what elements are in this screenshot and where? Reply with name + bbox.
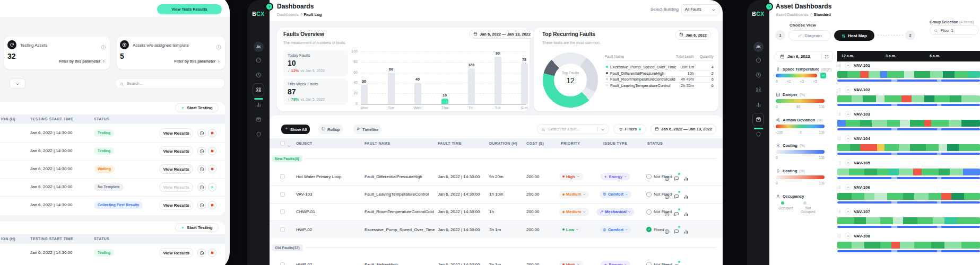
heatmap-segment[interactable]: [924, 95, 934, 102]
row-comments-button[interactable]: [674, 262, 679, 265]
issue-type-select[interactable]: Energy: [601, 261, 630, 265]
drag-handle[interactable]: [837, 161, 842, 165]
history-clock-button[interactable]: [197, 201, 206, 209]
history-clock-button[interactable]: [197, 249, 206, 257]
rollup-button[interactable]: Rollup: [318, 125, 343, 134]
heatmap-segment[interactable]: [944, 242, 961, 249]
heatmap-segment[interactable]: [934, 95, 950, 102]
heatmap-segment[interactable]: [931, 242, 944, 249]
heatmap-segment[interactable]: [943, 71, 955, 78]
view-results-button[interactable]: View Results: [159, 200, 193, 210]
sidebar-collapse-toggle[interactable]: ›: [265, 3, 273, 11]
info-icon-button[interactable]: [216, 42, 221, 48]
drag-handle[interactable]: [837, 234, 842, 238]
heatmap-segment[interactable]: [866, 217, 880, 224]
collapse-row-button[interactable]: [845, 135, 851, 142]
heatmap-segment[interactable]: [929, 193, 941, 200]
collapse-row-button[interactable]: [845, 208, 851, 215]
row-info-button[interactable]: [664, 174, 670, 179]
heatmap-segment[interactable]: [850, 144, 860, 151]
row-chart-button[interactable]: [683, 209, 689, 215]
heatmap-segment[interactable]: [914, 193, 929, 200]
stop-testing-button[interactable]: [208, 129, 216, 137]
heatmap-segment[interactable]: [863, 95, 875, 102]
asset-sidebar-nav-item-bar-chart[interactable]: [752, 99, 764, 110]
start-testing-button[interactable]: Start Testing: [175, 103, 219, 112]
heatmap-segment[interactable]: [910, 120, 924, 127]
search-input[interactable]: Search...: [115, 78, 225, 89]
heatmap-segment[interactable]: [884, 95, 901, 102]
group-search-input[interactable]: Floor-1: [930, 25, 979, 35]
history-clock-button[interactable]: [197, 183, 206, 191]
start-testing-button[interactable]: Start Testing: [175, 223, 219, 232]
row-info-button[interactable]: [664, 262, 670, 265]
asset-sidebar-collapse-toggle[interactable]: ›: [765, 3, 773, 11]
heatmap-segment[interactable]: [877, 169, 889, 175]
asset-breadcrumb-root[interactable]: Asset Dashboards: [776, 12, 808, 17]
collapse-row-button[interactable]: [845, 233, 851, 239]
history-clock-button[interactable]: [197, 165, 206, 173]
heatmap-segment[interactable]: [968, 71, 980, 78]
heatmap-segment[interactable]: [860, 144, 877, 151]
heatmap-segment[interactable]: [852, 242, 864, 249]
view-results-button[interactable]: View Results: [159, 182, 193, 192]
heatmap-segment[interactable]: [891, 242, 900, 249]
heatmap-segment[interactable]: [949, 120, 961, 127]
drag-handle[interactable]: [837, 112, 842, 117]
asset-sidebar-avatar[interactable]: JK: [753, 42, 764, 52]
heatmap-segment[interactable]: [957, 217, 980, 224]
stop-testing-button[interactable]: [208, 165, 216, 173]
filters-button[interactable]: Filters: [613, 124, 646, 134]
view-results-button[interactable]: View Results: [159, 146, 193, 156]
heatmap-segment[interactable]: [837, 242, 852, 249]
param-checkbox[interactable]: [820, 73, 826, 78]
heatmap-segment[interactable]: [837, 193, 852, 200]
heatmap-segment[interactable]: [901, 95, 912, 102]
heatmap-segment[interactable]: [963, 169, 980, 175]
heatmap-segment[interactable]: [903, 217, 917, 224]
row-checkbox[interactable]: [280, 227, 285, 232]
heatmap-segment[interactable]: [837, 120, 846, 127]
fault-sidebar-nav-item-clock[interactable]: [253, 69, 264, 81]
heatmap-segment[interactable]: [910, 144, 926, 151]
heatmap-segment[interactable]: [876, 95, 884, 102]
heatmap-segment[interactable]: [950, 169, 962, 175]
row-info-button[interactable]: [664, 192, 670, 197]
heatmap-segment[interactable]: [903, 193, 915, 200]
heatmap-segment[interactable]: [924, 120, 931, 127]
select-all-checkbox[interactable]: [280, 141, 285, 146]
priority-select[interactable]: Low: [559, 226, 582, 233]
heatmap-segment[interactable]: [877, 144, 884, 151]
heatmap-segment[interactable]: [852, 193, 864, 200]
asset-sidebar-nav-item-shield[interactable]: [752, 128, 764, 140]
heatmap-segment[interactable]: [837, 217, 854, 224]
heatmap-segment[interactable]: [899, 169, 913, 175]
drag-handle[interactable]: [837, 185, 842, 190]
row-checkbox[interactable]: [280, 209, 285, 214]
history-clock-button[interactable]: [197, 129, 206, 137]
history-clock-button[interactable]: [197, 147, 206, 155]
heatmap-segment[interactable]: [930, 71, 943, 78]
row-chart-button[interactable]: [683, 262, 689, 265]
heatmap-segment[interactable]: [900, 120, 910, 127]
heatmap-segment[interactable]: [847, 71, 860, 78]
stop-testing-button[interactable]: [208, 201, 216, 209]
priority-select[interactable]: Medium: [559, 208, 589, 216]
view-results-button[interactable]: View Results: [159, 248, 193, 258]
issue-type-select[interactable]: Energy: [601, 173, 630, 180]
priority-select[interactable]: High: [559, 261, 583, 265]
heatmap-segment[interactable]: [887, 71, 904, 78]
priority-select[interactable]: High: [559, 173, 583, 180]
row-info-button[interactable]: [664, 227, 670, 232]
issue-type-select[interactable]: Comfort: [600, 191, 631, 198]
table-date-range-chip[interactable]: Jan 6, 2022 — Jan 13, 2022: [651, 124, 716, 134]
drag-handle[interactable]: [837, 209, 842, 214]
heatmap-segment[interactable]: [884, 144, 899, 151]
row-chart-button[interactable]: [683, 192, 689, 197]
fault-sidebar-nav-item-archive-box[interactable]: [253, 113, 264, 125]
fault-sidebar-nav-item-shield[interactable]: [253, 128, 264, 140]
heatmap-segment[interactable]: [874, 193, 887, 200]
row-checkbox[interactable]: [280, 174, 285, 179]
asset-sidebar-nav-item-grid-dashboard[interactable]: [752, 84, 764, 95]
drag-handle[interactable]: [837, 136, 842, 141]
